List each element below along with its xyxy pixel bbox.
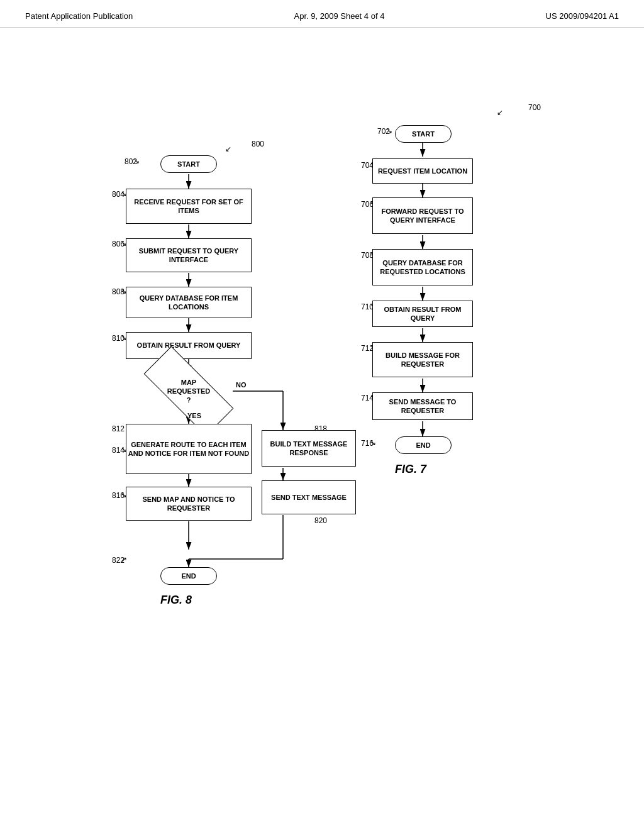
page-header: Patent Application Publication Apr. 9, 2… <box>0 0 644 28</box>
node-702-start: START <box>395 125 452 143</box>
node-811-diamond: MAPREQUESTED? <box>145 372 233 411</box>
node-820-send-text: SEND TEXT MESSAGE <box>262 480 356 514</box>
node-710-obtain-result: OBTAIN RESULT FROM QUERY <box>372 301 473 327</box>
node-704-request-item-location: REQUEST ITEM LOCATION <box>372 158 473 184</box>
label-812: 812 <box>112 424 125 433</box>
fig8-diagram-label: 800 <box>252 140 264 148</box>
node-822-end: END <box>160 567 217 585</box>
node-818-build-text: BUILD TEXT MESSAGE RESPONSE <box>262 430 356 467</box>
fig7-diagram-label: 700 <box>528 103 541 112</box>
header-right: US 2009/094201 A1 <box>546 11 619 21</box>
label-802-arrow: ↘ <box>133 157 140 165</box>
label-702-arrow: ↘ <box>386 126 392 135</box>
node-802-start: START <box>160 155 217 173</box>
fig8-label: FIG. 8 <box>160 594 192 607</box>
yes-label: YES <box>187 412 201 419</box>
node-808-query-db: QUERY DATABASE FOR ITEM LOCATIONS <box>126 287 252 318</box>
node-712-build-message: BUILD MESSAGE FOR REQUESTER <box>372 342 473 377</box>
node-708-query-db: QUERY DATABASE FOR REQUESTED LOCATIONS <box>372 249 473 285</box>
header-center: Apr. 9, 2009 Sheet 4 of 4 <box>294 11 385 21</box>
node-804-receive-request: RECEIVE REQUEST FOR SET OF ITEMS <box>126 189 252 224</box>
node-716-end: END <box>395 436 452 454</box>
arrows-svg <box>0 28 644 820</box>
header-left: Patent Application Publication <box>25 11 133 21</box>
node-814-generate-route: GENERATE ROUTE TO EACH ITEM AND NOTICE F… <box>126 424 252 474</box>
fig8-arrow-mark: ↙ <box>225 145 231 153</box>
label-820: 820 <box>314 516 327 525</box>
fig7-arrow-mark: ↙ <box>497 108 503 117</box>
fig7-label: FIG. 7 <box>395 463 426 476</box>
no-label: NO <box>236 381 247 389</box>
node-816-send-map: SEND MAP AND NOTICE TO REQUESTER <box>126 487 252 521</box>
node-806-submit-request: SUBMIT REQUEST TO QUERY INTERFACE <box>126 238 252 272</box>
diamond-text: MAPREQUESTED? <box>167 378 210 405</box>
node-810-obtain-result: OBTAIN RESULT FROM QUERY <box>126 332 252 359</box>
node-706-forward-request: FORWARD REQUEST TO QUERY INTERFACE <box>372 197 473 234</box>
label-716-arrow: ↘ <box>370 438 376 447</box>
node-714-send-message: SEND MESSAGE TO REQUESTER <box>372 392 473 420</box>
label-822-arrow: ↗ <box>121 555 127 564</box>
page-content: 700 ↙ 702 ↘ START 704 ↘ REQUEST ITEM LOC… <box>0 28 644 820</box>
